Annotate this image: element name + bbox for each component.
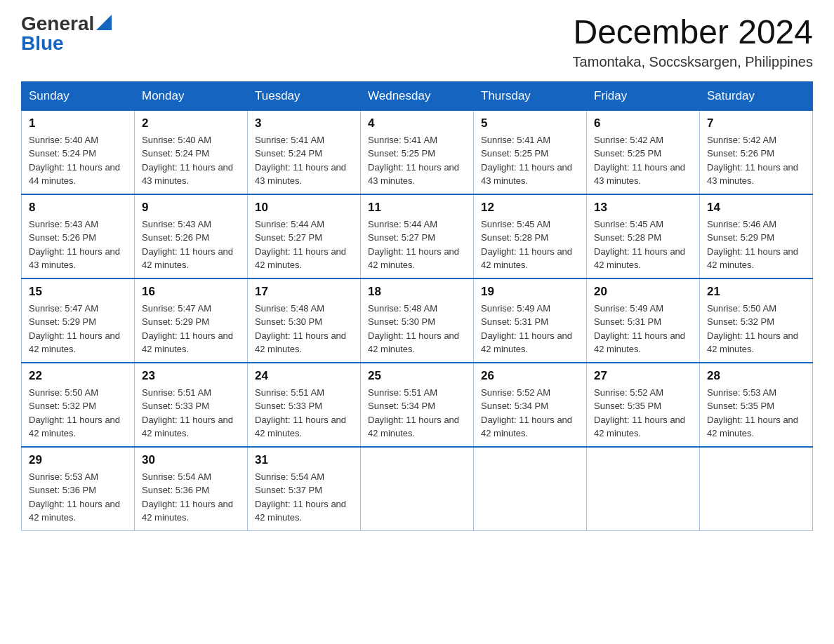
svg-marker-0 — [96, 15, 112, 30]
header-saturday: Saturday — [700, 81, 813, 110]
table-row: 7 Sunrise: 5:42 AMSunset: 5:26 PMDayligh… — [700, 110, 813, 194]
day-number: 7 — [707, 116, 805, 130]
table-row: 1 Sunrise: 5:40 AMSunset: 5:24 PMDayligh… — [22, 110, 135, 194]
day-number: 10 — [255, 201, 353, 215]
day-info: Sunrise: 5:40 AMSunset: 5:24 PMDaylight:… — [142, 133, 240, 188]
day-number: 12 — [481, 201, 579, 215]
day-number: 15 — [29, 285, 127, 299]
calendar-week-row: 1 Sunrise: 5:40 AMSunset: 5:24 PMDayligh… — [22, 110, 813, 194]
day-info: Sunrise: 5:51 AMSunset: 5:34 PMDaylight:… — [368, 386, 466, 441]
day-number: 22 — [29, 369, 127, 383]
day-number: 21 — [707, 285, 805, 299]
calendar-week-row: 8 Sunrise: 5:43 AMSunset: 5:26 PMDayligh… — [22, 194, 813, 279]
day-info: Sunrise: 5:51 AMSunset: 5:33 PMDaylight:… — [255, 386, 353, 441]
table-row: 13 Sunrise: 5:45 AMSunset: 5:28 PMDaylig… — [587, 194, 700, 279]
table-row: 24 Sunrise: 5:51 AMSunset: 5:33 PMDaylig… — [248, 363, 361, 447]
calendar-week-row: 29 Sunrise: 5:53 AMSunset: 5:36 PMDaylig… — [22, 447, 813, 531]
day-info: Sunrise: 5:49 AMSunset: 5:31 PMDaylight:… — [481, 302, 579, 356]
header-wednesday: Wednesday — [361, 81, 474, 110]
table-row: 20 Sunrise: 5:49 AMSunset: 5:31 PMDaylig… — [587, 279, 700, 363]
logo-blue: Blue — [21, 32, 64, 54]
day-number: 26 — [481, 369, 579, 383]
day-info: Sunrise: 5:48 AMSunset: 5:30 PMDaylight:… — [368, 302, 466, 356]
day-number: 16 — [142, 285, 240, 299]
day-info: Sunrise: 5:47 AMSunset: 5:29 PMDaylight:… — [29, 302, 127, 356]
day-number: 2 — [142, 116, 240, 130]
day-number: 19 — [481, 285, 579, 299]
table-row: 11 Sunrise: 5:44 AMSunset: 5:27 PMDaylig… — [361, 194, 474, 279]
table-row: 5 Sunrise: 5:41 AMSunset: 5:25 PMDayligh… — [474, 110, 587, 194]
title-block: December 2024 Tamontaka, Soccsksargen, P… — [573, 14, 813, 70]
table-row — [361, 447, 474, 531]
day-info: Sunrise: 5:49 AMSunset: 5:31 PMDaylight:… — [594, 302, 692, 356]
day-number: 5 — [481, 116, 579, 130]
logo-general: General — [21, 14, 94, 34]
day-info: Sunrise: 5:53 AMSunset: 5:36 PMDaylight:… — [29, 470, 127, 525]
day-info: Sunrise: 5:44 AMSunset: 5:27 PMDaylight:… — [368, 217, 466, 272]
location: Tamontaka, Soccsksargen, Philippines — [573, 54, 813, 70]
day-info: Sunrise: 5:52 AMSunset: 5:34 PMDaylight:… — [481, 386, 579, 441]
day-number: 30 — [142, 453, 240, 467]
day-info: Sunrise: 5:41 AMSunset: 5:24 PMDaylight:… — [255, 133, 353, 188]
table-row: 21 Sunrise: 5:50 AMSunset: 5:32 PMDaylig… — [700, 279, 813, 363]
day-info: Sunrise: 5:50 AMSunset: 5:32 PMDaylight:… — [707, 302, 805, 356]
day-info: Sunrise: 5:40 AMSunset: 5:24 PMDaylight:… — [29, 133, 127, 188]
day-info: Sunrise: 5:53 AMSunset: 5:35 PMDaylight:… — [707, 386, 805, 441]
day-info: Sunrise: 5:47 AMSunset: 5:29 PMDaylight:… — [142, 302, 240, 356]
month-title: December 2024 — [573, 14, 813, 51]
table-row: 26 Sunrise: 5:52 AMSunset: 5:34 PMDaylig… — [474, 363, 587, 447]
day-info: Sunrise: 5:41 AMSunset: 5:25 PMDaylight:… — [368, 133, 466, 188]
day-number: 18 — [368, 285, 466, 299]
day-info: Sunrise: 5:51 AMSunset: 5:33 PMDaylight:… — [142, 386, 240, 441]
calendar-header-row: Sunday Monday Tuesday Wednesday Thursday… — [22, 81, 813, 110]
day-number: 11 — [368, 201, 466, 215]
table-row: 30 Sunrise: 5:54 AMSunset: 5:36 PMDaylig… — [135, 447, 248, 531]
day-info: Sunrise: 5:50 AMSunset: 5:32 PMDaylight:… — [29, 386, 127, 441]
day-number: 28 — [707, 369, 805, 383]
day-number: 31 — [255, 453, 353, 467]
table-row: 3 Sunrise: 5:41 AMSunset: 5:24 PMDayligh… — [248, 110, 361, 194]
table-row: 29 Sunrise: 5:53 AMSunset: 5:36 PMDaylig… — [22, 447, 135, 531]
header-monday: Monday — [135, 81, 248, 110]
day-number: 1 — [29, 116, 127, 130]
day-info: Sunrise: 5:43 AMSunset: 5:26 PMDaylight:… — [142, 217, 240, 272]
calendar-week-row: 15 Sunrise: 5:47 AMSunset: 5:29 PMDaylig… — [22, 279, 813, 363]
table-row: 27 Sunrise: 5:52 AMSunset: 5:35 PMDaylig… — [587, 363, 700, 447]
day-info: Sunrise: 5:54 AMSunset: 5:37 PMDaylight:… — [255, 470, 353, 525]
logo-triangle-icon — [96, 15, 112, 30]
table-row: 31 Sunrise: 5:54 AMSunset: 5:37 PMDaylig… — [248, 447, 361, 531]
day-info: Sunrise: 5:45 AMSunset: 5:28 PMDaylight:… — [481, 217, 579, 272]
table-row: 18 Sunrise: 5:48 AMSunset: 5:30 PMDaylig… — [361, 279, 474, 363]
day-number: 3 — [255, 116, 353, 130]
table-row: 14 Sunrise: 5:46 AMSunset: 5:29 PMDaylig… — [700, 194, 813, 279]
table-row: 15 Sunrise: 5:47 AMSunset: 5:29 PMDaylig… — [22, 279, 135, 363]
table-row: 28 Sunrise: 5:53 AMSunset: 5:35 PMDaylig… — [700, 363, 813, 447]
table-row: 8 Sunrise: 5:43 AMSunset: 5:26 PMDayligh… — [22, 194, 135, 279]
table-row: 2 Sunrise: 5:40 AMSunset: 5:24 PMDayligh… — [135, 110, 248, 194]
day-number: 20 — [594, 285, 692, 299]
day-info: Sunrise: 5:43 AMSunset: 5:26 PMDaylight:… — [29, 217, 127, 272]
table-row: 12 Sunrise: 5:45 AMSunset: 5:28 PMDaylig… — [474, 194, 587, 279]
day-info: Sunrise: 5:48 AMSunset: 5:30 PMDaylight:… — [255, 302, 353, 356]
day-number: 13 — [594, 201, 692, 215]
day-number: 29 — [29, 453, 127, 467]
header-thursday: Thursday — [474, 81, 587, 110]
day-number: 17 — [255, 285, 353, 299]
table-row: 25 Sunrise: 5:51 AMSunset: 5:34 PMDaylig… — [361, 363, 474, 447]
calendar-table: Sunday Monday Tuesday Wednesday Thursday… — [21, 81, 813, 531]
day-number: 25 — [368, 369, 466, 383]
day-info: Sunrise: 5:46 AMSunset: 5:29 PMDaylight:… — [707, 217, 805, 272]
day-number: 8 — [29, 201, 127, 215]
day-number: 9 — [142, 201, 240, 215]
day-info: Sunrise: 5:42 AMSunset: 5:25 PMDaylight:… — [594, 133, 692, 188]
table-row: 22 Sunrise: 5:50 AMSunset: 5:32 PMDaylig… — [22, 363, 135, 447]
day-info: Sunrise: 5:52 AMSunset: 5:35 PMDaylight:… — [594, 386, 692, 441]
page-header: General Blue December 2024 Tamontaka, So… — [21, 14, 813, 70]
table-row — [587, 447, 700, 531]
calendar-week-row: 22 Sunrise: 5:50 AMSunset: 5:32 PMDaylig… — [22, 363, 813, 447]
table-row: 19 Sunrise: 5:49 AMSunset: 5:31 PMDaylig… — [474, 279, 587, 363]
table-row — [700, 447, 813, 531]
day-number: 14 — [707, 201, 805, 215]
logo: General Blue — [21, 14, 112, 53]
day-info: Sunrise: 5:41 AMSunset: 5:25 PMDaylight:… — [481, 133, 579, 188]
